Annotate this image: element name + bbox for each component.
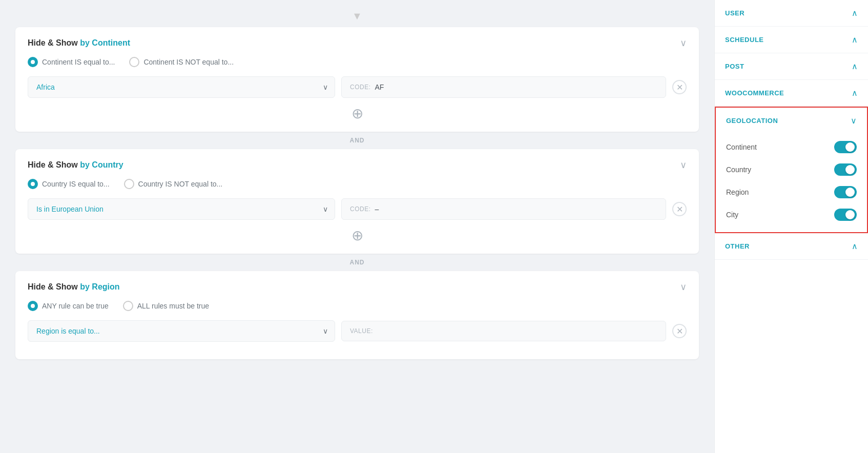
region-any-rule-label: ANY rule can be true xyxy=(42,302,109,310)
continent-remove-button[interactable]: ✕ xyxy=(672,80,687,94)
sidebar-section-geolocation-header[interactable]: GEOLOCATION ∨ xyxy=(716,108,867,134)
country-is-equal-radio[interactable] xyxy=(28,179,38,189)
continent-code-label: CODE: xyxy=(350,84,371,91)
sidebar-section-woocommerce: WOOCOMMERCE ∧ xyxy=(715,80,868,107)
country-radio-row: Country IS equal to... Country IS NOT eq… xyxy=(28,179,687,189)
continent-collapse-icon[interactable]: ∨ xyxy=(680,37,687,49)
top-arrow: ▼ xyxy=(15,10,699,27)
continent-card-title: Hide & Show by Continent xyxy=(28,38,130,48)
region-any-rule-radio[interactable] xyxy=(28,301,38,311)
country-select-wrapper: Is in European Union ∨ xyxy=(28,198,335,220)
geolocation-region-slider xyxy=(834,186,857,198)
continent-is-equal-option[interactable]: Continent IS equal to... xyxy=(28,57,115,67)
country-remove-button[interactable]: ✕ xyxy=(672,202,687,216)
continent-card-header: Hide & Show by Continent ∨ xyxy=(28,37,687,49)
continent-is-equal-radio[interactable] xyxy=(28,57,38,67)
and-separator-2: AND xyxy=(15,254,699,271)
region-all-rules-option[interactable]: ALL rules must be true xyxy=(123,301,209,311)
continent-select-wrapper: Africa ∨ xyxy=(28,76,335,98)
region-card-header: Hide & Show by Region ∨ xyxy=(28,281,687,293)
sidebar-section-user: USER ∧ xyxy=(715,0,868,27)
sidebar-section-schedule-chevron-icon: ∧ xyxy=(852,35,858,45)
continent-is-not-equal-radio[interactable] xyxy=(129,57,139,67)
geolocation-country-row: Country xyxy=(726,158,857,181)
continent-code-value: AF xyxy=(375,83,384,91)
region-collapse-icon[interactable]: ∨ xyxy=(680,281,687,293)
geolocation-country-label: Country xyxy=(726,166,751,174)
geolocation-continent-row: Continent xyxy=(726,136,857,158)
and-separator-1: AND xyxy=(15,132,699,149)
geolocation-city-row: City xyxy=(726,203,857,226)
region-card: Hide & Show by Region ∨ ANY rule can be … xyxy=(15,271,699,359)
geolocation-country-toggle[interactable] xyxy=(834,163,857,176)
country-code-label: CODE: xyxy=(350,205,371,213)
continent-code-field: CODE: AF xyxy=(341,76,666,98)
region-all-rules-radio[interactable] xyxy=(123,301,133,311)
sidebar-section-other-title: OTHER xyxy=(725,242,750,250)
sidebar-section-schedule: SCHEDULE ∧ xyxy=(715,27,868,53)
country-field-row: Is in European Union ∨ CODE: – ✕ xyxy=(28,198,687,220)
region-all-rules-label: ALL rules must be true xyxy=(137,302,209,310)
region-remove-button[interactable]: ✕ xyxy=(672,324,687,338)
sidebar-section-user-header[interactable]: USER ∧ xyxy=(715,0,868,26)
sidebar-section-post-chevron-icon: ∧ xyxy=(852,61,858,71)
country-card: Hide & Show by Country ∨ Country IS equa… xyxy=(15,149,699,254)
geolocation-country-slider xyxy=(834,163,857,176)
sidebar-section-woocommerce-header[interactable]: WOOCOMMERCE ∧ xyxy=(715,80,868,106)
region-radio-row: ANY rule can be true ALL rules must be t… xyxy=(28,301,687,311)
region-code-label: VALUE: xyxy=(350,327,373,335)
country-is-equal-option[interactable]: Country IS equal to... xyxy=(28,179,110,189)
country-is-not-equal-radio[interactable] xyxy=(124,179,134,189)
country-collapse-icon[interactable]: ∨ xyxy=(680,159,687,171)
sidebar-section-schedule-title: SCHEDULE xyxy=(725,36,764,44)
country-is-not-equal-option[interactable]: Country IS NOT equal to... xyxy=(124,179,223,189)
continent-is-not-equal-label: Continent IS NOT equal to... xyxy=(143,58,234,66)
sidebar-section-user-chevron-icon: ∧ xyxy=(852,8,858,18)
sidebar: USER ∧ SCHEDULE ∧ POST ∧ WOOCOMMERCE ∧ G… xyxy=(714,0,868,453)
region-any-rule-option[interactable]: ANY rule can be true xyxy=(28,301,109,311)
geolocation-region-label: Region xyxy=(726,188,749,196)
country-card-title: Hide & Show by Country xyxy=(28,160,123,170)
continent-add-button[interactable]: ⊕ xyxy=(349,105,365,121)
geolocation-region-row: Region xyxy=(726,181,857,203)
continent-is-equal-label: Continent IS equal to... xyxy=(42,58,115,66)
continent-radio-row: Continent IS equal to... Continent IS NO… xyxy=(28,57,687,67)
sidebar-section-post-title: POST xyxy=(725,63,744,70)
region-code-field: VALUE: xyxy=(341,321,666,341)
sidebar-section-geolocation-title: GEOLOCATION xyxy=(726,117,778,125)
geolocation-continent-slider xyxy=(834,141,857,153)
sidebar-section-woocommerce-title: WOOCOMMERCE xyxy=(725,89,784,97)
geolocation-city-toggle[interactable] xyxy=(834,209,857,221)
sidebar-section-other-header[interactable]: OTHER ∧ xyxy=(715,233,868,259)
country-is-not-equal-label: Country IS NOT equal to... xyxy=(138,180,223,188)
sidebar-section-geolocation-chevron-icon: ∨ xyxy=(851,116,857,126)
geolocation-toggles: Continent Country Region xyxy=(716,134,867,232)
continent-select[interactable]: Africa xyxy=(28,76,335,98)
sidebar-section-user-title: USER xyxy=(725,9,745,17)
sidebar-section-woocommerce-chevron-icon: ∧ xyxy=(852,88,858,98)
country-is-equal-label: Country IS equal to... xyxy=(42,180,110,188)
country-card-header: Hide & Show by Country ∨ xyxy=(28,159,687,171)
sidebar-section-post: POST ∧ xyxy=(715,53,868,80)
continent-card: Hide & Show by Continent ∨ Continent IS … xyxy=(15,27,699,132)
geolocation-continent-label: Continent xyxy=(726,143,757,151)
region-card-title: Hide & Show by Region xyxy=(28,282,120,292)
sidebar-section-geolocation: GEOLOCATION ∨ Continent Country Region xyxy=(715,107,868,233)
country-add-button[interactable]: ⊕ xyxy=(349,227,365,243)
sidebar-section-post-header[interactable]: POST ∧ xyxy=(715,53,868,79)
geolocation-city-label: City xyxy=(726,211,738,219)
country-code-field: CODE: – xyxy=(341,198,666,220)
sidebar-section-other: OTHER ∧ xyxy=(715,233,868,260)
sidebar-section-schedule-header[interactable]: SCHEDULE ∧ xyxy=(715,27,868,53)
geolocation-city-slider xyxy=(834,209,857,221)
region-select[interactable]: Region is equal to... xyxy=(28,320,335,342)
main-content: ▼ Hide & Show by Continent ∨ Continent I… xyxy=(0,0,714,453)
region-select-wrapper: Region is equal to... ∨ xyxy=(28,320,335,342)
geolocation-continent-toggle[interactable] xyxy=(834,141,857,153)
sidebar-section-other-chevron-icon: ∧ xyxy=(852,241,858,251)
country-select[interactable]: Is in European Union xyxy=(28,198,335,220)
geolocation-region-toggle[interactable] xyxy=(834,186,857,198)
continent-field-row: Africa ∨ CODE: AF ✕ xyxy=(28,76,687,98)
country-code-value: – xyxy=(375,205,379,213)
continent-is-not-equal-option[interactable]: Continent IS NOT equal to... xyxy=(129,57,234,67)
